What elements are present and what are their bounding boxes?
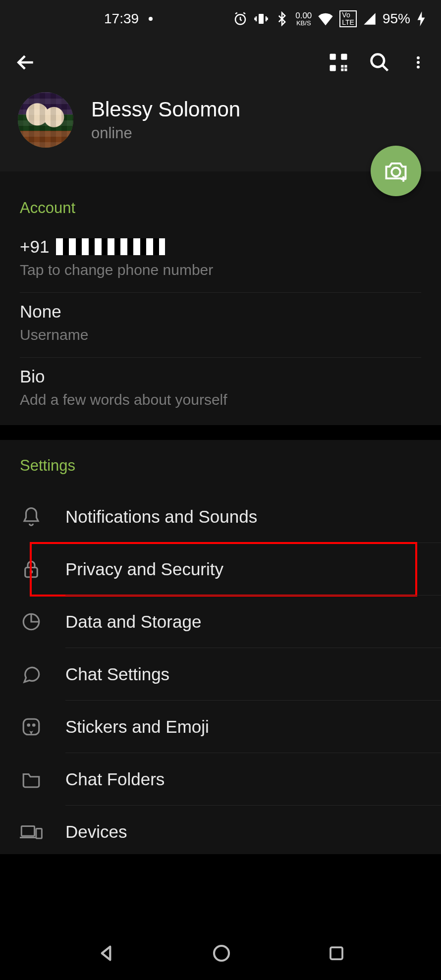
svg-rect-20: [21, 826, 34, 836]
vibrate-icon: [254, 11, 269, 26]
svg-point-12: [417, 65, 420, 68]
svg-rect-8: [344, 68, 347, 71]
svg-point-9: [372, 54, 385, 67]
phone-sub: Tap to change phone number: [20, 262, 421, 278]
phone-number-row[interactable]: +91 Tap to change phone number: [20, 228, 421, 293]
svg-rect-23: [331, 947, 342, 959]
stickers-and-emoji-row[interactable]: Stickers and Emoji: [20, 701, 421, 753]
bell-icon: [20, 505, 43, 528]
navigation-bar: [0, 926, 441, 980]
alarm-icon: [233, 11, 248, 26]
phone-prefix: +91: [20, 237, 49, 257]
phone-number-redacted: [56, 238, 165, 255]
svg-rect-21: [36, 828, 42, 838]
status-time: 17:39: [104, 11, 139, 27]
svg-point-11: [417, 61, 420, 64]
svg-point-10: [417, 56, 420, 59]
settings-section-title: Settings: [20, 457, 421, 475]
username-sub: Username: [20, 327, 421, 343]
settings-item-label: Notifications and Sounds: [65, 507, 257, 527]
change-photo-button[interactable]: [371, 146, 421, 196]
nav-recent-button[interactable]: [328, 944, 345, 962]
charging-icon: [416, 11, 426, 26]
svg-point-13: [391, 168, 400, 176]
settings-item-label: Stickers and Emoji: [65, 717, 209, 737]
svg-rect-5: [341, 65, 343, 67]
nav-home-button[interactable]: [212, 943, 231, 963]
bluetooth-icon: [275, 11, 289, 26]
devices-icon: [20, 820, 43, 843]
svg-point-19: [33, 724, 35, 726]
svg-rect-6: [344, 65, 347, 67]
privacy-and-security-row[interactable]: Privacy and Security: [20, 543, 421, 596]
svg-rect-2: [330, 54, 336, 60]
status-dot-icon: [149, 17, 153, 21]
battery-percent: 95%: [383, 11, 410, 27]
profile-header: Blessy Solomon online: [0, 87, 441, 171]
settings-item-label: Privacy and Security: [65, 559, 223, 579]
devices-row[interactable]: Devices: [20, 806, 421, 854]
svg-rect-3: [341, 54, 347, 60]
sticker-icon: [20, 715, 43, 738]
svg-rect-7: [341, 68, 343, 71]
settings-item-label: Chat Folders: [65, 769, 165, 789]
volte-icon: Vo LTE: [339, 10, 357, 28]
account-section: Account +91 Tap to change phone number N…: [0, 171, 441, 425]
avatar[interactable]: [18, 92, 73, 148]
settings-item-label: Chat Settings: [65, 664, 169, 684]
chat-folders-row[interactable]: Chat Folders: [20, 753, 421, 806]
svg-rect-4: [330, 65, 336, 71]
search-button[interactable]: [369, 52, 390, 73]
username-value: None: [20, 302, 421, 322]
settings-item-label: Devices: [65, 822, 127, 842]
chat-settings-row[interactable]: Chat Settings: [20, 648, 421, 701]
folder-icon: [20, 768, 43, 791]
wifi-icon: [318, 12, 333, 26]
status-bar: 17:39 0.00 KB/S Vo LTE 95%: [0, 0, 441, 38]
username-row[interactable]: None Username: [20, 293, 421, 358]
nav-back-button[interactable]: [96, 943, 116, 963]
data-and-storage-row[interactable]: Data and Storage: [20, 596, 421, 648]
bio-sub: Add a few words about yourself: [20, 391, 421, 408]
lock-icon: [20, 558, 43, 581]
bio-value: Bio: [20, 367, 421, 386]
network-speed: 0.00 KB/S: [295, 11, 312, 26]
svg-point-22: [214, 946, 229, 961]
account-section-title: Account: [20, 199, 421, 217]
more-options-button[interactable]: [410, 52, 426, 73]
bio-row[interactable]: Bio Add a few words about yourself: [20, 358, 421, 425]
signal-icon: [363, 12, 377, 26]
settings-section: Settings Notifications and Sounds Privac…: [0, 440, 441, 854]
pie-chart-icon: [20, 610, 43, 633]
back-button[interactable]: [15, 52, 37, 73]
settings-item-label: Data and Storage: [65, 612, 201, 632]
chat-bubble-icon: [20, 663, 43, 686]
notifications-and-sounds-row[interactable]: Notifications and Sounds: [20, 490, 421, 543]
svg-point-15: [30, 571, 32, 573]
profile-status: online: [91, 124, 240, 142]
svg-rect-1: [259, 14, 264, 24]
qr-code-button[interactable]: [328, 52, 349, 73]
section-separator: [0, 425, 441, 440]
app-bar: [0, 38, 441, 87]
profile-name: Blessy Solomon: [91, 98, 240, 121]
svg-point-18: [28, 724, 30, 726]
